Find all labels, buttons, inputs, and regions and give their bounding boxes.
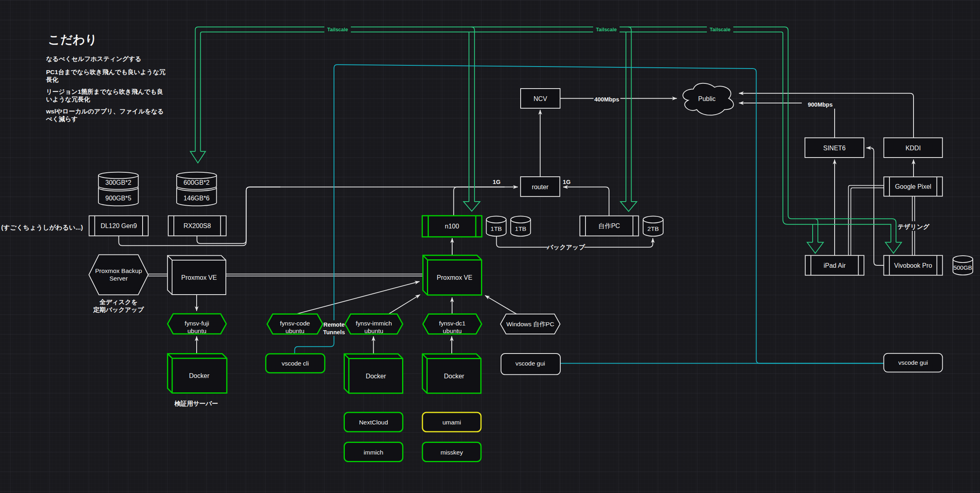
svg-text:Docker: Docker (444, 373, 464, 380)
svg-text:Remote: Remote (323, 321, 344, 328)
svg-text:NCV: NCV (533, 95, 547, 102)
svg-text:misskey: misskey (441, 449, 463, 456)
svg-text:fynsv-dc1: fynsv-dc1 (439, 320, 465, 327)
svg-text:リージョン1箇所までなら吹き飛んでも良: リージョン1箇所までなら吹き飛んでも良 (46, 88, 163, 95)
svg-text:DL120 Gen9: DL120 Gen9 (101, 222, 137, 229)
svg-text:SINET6: SINET6 (823, 145, 845, 152)
svg-text:fynsv-code: fynsv-code (280, 320, 310, 327)
svg-text:NextCloud: NextCloud (359, 419, 388, 426)
svg-text:長化: 長化 (46, 76, 59, 83)
svg-text:自作PC: 自作PC (598, 222, 620, 229)
svg-text:146GB*6: 146GB*6 (183, 195, 209, 202)
svg-text:なるべくセルフホスティングする: なるべくセルフホスティングする (46, 55, 141, 63)
svg-text:ubuntu: ubuntu (286, 327, 304, 334)
svg-text:KDDI: KDDI (906, 145, 921, 152)
svg-text:900GB*5: 900GB*5 (105, 195, 131, 202)
svg-text:vscode gui: vscode gui (898, 359, 928, 366)
svg-text:Tunnels: Tunnels (323, 329, 345, 335)
svg-text:Proxmox VE: Proxmox VE (181, 274, 217, 281)
svg-text:バックアップ: バックアップ (546, 244, 585, 251)
svg-text:Public: Public (698, 95, 716, 102)
svg-text:Windows 自作PC: Windows 自作PC (506, 321, 554, 327)
svg-text:ubuntu: ubuntu (187, 327, 206, 334)
svg-text:Docker: Docker (189, 372, 209, 379)
svg-text:Docker: Docker (366, 373, 386, 380)
svg-text:RX200S8: RX200S8 (183, 222, 211, 229)
svg-text:ubuntu: ubuntu (443, 327, 462, 334)
svg-text:fynsv-immich: fynsv-immich (356, 320, 392, 327)
svg-text:400Mbps: 400Mbps (594, 96, 619, 103)
svg-text:vscode cli: vscode cli (282, 360, 309, 367)
svg-text:Proxmox Backup: Proxmox Backup (95, 267, 142, 274)
svg-text:iPad Air: iPad Air (823, 262, 846, 269)
svg-text:vscode gui: vscode gui (515, 360, 545, 367)
svg-text:定期バックアップ: 定期バックアップ (93, 306, 144, 313)
svg-text:Proxmox VE: Proxmox VE (437, 274, 473, 281)
svg-text:wslやローカルのアプリ、ファイルをなる: wslやローカルのアプリ、ファイルをなる (46, 108, 164, 115)
svg-text:(すごくちょうしがわるい...): (すごくちょうしがわるい...) (1, 224, 83, 231)
svg-text:Tailscale: Tailscale (596, 27, 617, 32)
svg-text:全ディスクを: 全ディスクを (99, 299, 138, 305)
svg-text:ubuntu: ubuntu (364, 327, 383, 334)
svg-text:300GB*2: 300GB*2 (105, 179, 131, 186)
svg-text:500GB: 500GB (954, 264, 972, 271)
svg-text:2TB: 2TB (648, 225, 659, 232)
svg-text:Tailscale: Tailscale (327, 27, 348, 32)
svg-text:router: router (532, 184, 549, 190)
svg-text:immich: immich (364, 449, 383, 456)
svg-text:umami: umami (443, 419, 461, 426)
svg-text:べく減らす: べく減らす (46, 115, 78, 123)
svg-text:1TB: 1TB (515, 225, 526, 232)
svg-text:1G: 1G (563, 179, 570, 185)
svg-text:いような冗長化: いような冗長化 (46, 96, 90, 103)
svg-text:Google Pixel: Google Pixel (895, 183, 932, 190)
svg-text:n100: n100 (445, 223, 459, 230)
svg-text:テザリング: テザリング (897, 223, 930, 230)
svg-text:Tailscale: Tailscale (710, 27, 730, 32)
svg-text:検証用サーバー: 検証用サーバー (174, 400, 218, 407)
svg-text:1G: 1G (493, 179, 500, 185)
svg-text:Vivobook Pro: Vivobook Pro (894, 262, 932, 269)
svg-text:PC1台までなら吹き飛んでも良いような冗: PC1台までなら吹き飛んでも良いような冗 (46, 69, 166, 76)
svg-text:900Mbps: 900Mbps (808, 101, 833, 108)
svg-text:1TB: 1TB (491, 225, 502, 232)
svg-text:こだわり: こだわり (48, 33, 97, 46)
svg-text:Server: Server (109, 275, 128, 282)
svg-text:fynsv-fuji: fynsv-fuji (185, 320, 209, 327)
svg-text:600GB*2: 600GB*2 (183, 179, 209, 186)
